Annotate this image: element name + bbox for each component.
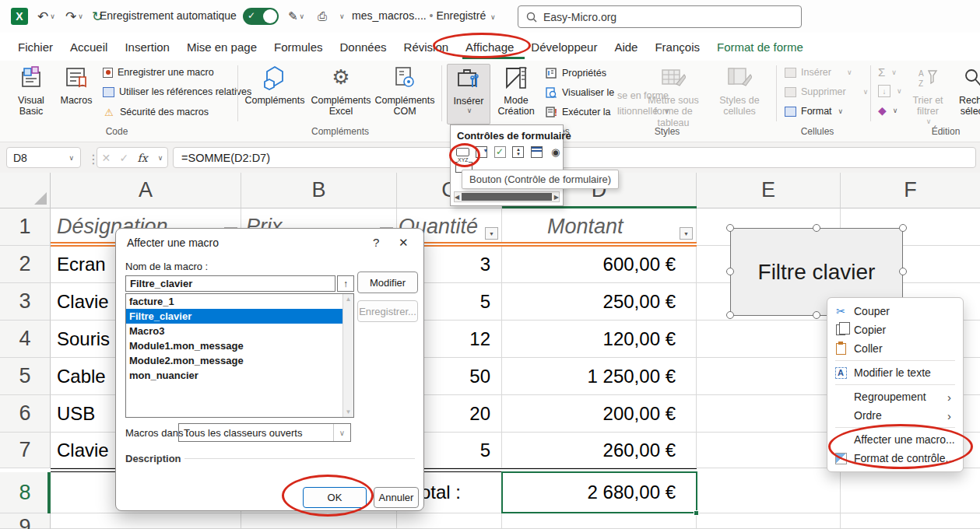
cell-D4[interactable]: 120,00 €: [502, 321, 697, 358]
cell-E5[interactable]: [697, 358, 841, 395]
resize-handle-ne[interactable]: [899, 224, 907, 232]
macros-button[interactable]: Macros: [56, 64, 97, 106]
scroll-down-icon[interactable]: [346, 408, 352, 415]
cellules-format-button[interactable]: Format: [785, 106, 843, 117]
mode-creation-button[interactable]: Mode Création: [494, 64, 539, 117]
dialog-close-button[interactable]: ✕: [399, 236, 409, 250]
cancel-entry-icon[interactable]: ✕: [102, 152, 111, 164]
autosave-toggle[interactable]: [243, 8, 279, 25]
insert-function-button[interactable]: fx: [137, 152, 147, 164]
effacer-button[interactable]: [878, 104, 897, 117]
name-box[interactable]: D8: [6, 147, 81, 168]
tab-developpeur[interactable]: Développeur: [522, 40, 606, 54]
column-header-A[interactable]: A: [51, 173, 241, 208]
complements-excel-button[interactable]: Compléments Excel: [310, 64, 372, 117]
cell-D7[interactable]: 260,00 €: [502, 433, 697, 468]
cell-E8[interactable]: [697, 472, 841, 513]
tab-formules[interactable]: Formules: [265, 40, 332, 54]
macro-list-item[interactable]: Module2.mon_message: [126, 353, 353, 368]
checkbox-control-icon[interactable]: [493, 145, 508, 159]
qat-overflow-button[interactable]: [338, 6, 345, 26]
option-button-control-icon[interactable]: [548, 145, 563, 159]
cell-F8[interactable]: [841, 472, 980, 513]
resize-handle-s[interactable]: [813, 311, 820, 319]
confirm-entry-icon[interactable]: [120, 152, 129, 164]
row-header-7[interactable]: 7: [0, 433, 51, 468]
menu-item-couper[interactable]: Couper: [827, 302, 963, 321]
scroll-right-icon[interactable]: [554, 194, 559, 201]
mettre-sous-forme-button[interactable]: Mettre sous forme de tableau: [640, 64, 707, 128]
cell-E9[interactable]: [697, 513, 841, 529]
recopier-button[interactable]: ↓: [878, 85, 902, 97]
cell-A9[interactable]: [51, 513, 241, 529]
styles-de-cellules-button[interactable]: Styles de cellules: [710, 64, 769, 117]
search-input[interactable]: Easy-Micro.org: [518, 5, 802, 28]
cell-D9[interactable]: [502, 513, 697, 529]
spin-button-control-icon[interactable]: [511, 145, 525, 159]
scroll-up-icon[interactable]: [346, 296, 352, 303]
menu-item-format-de-controle[interactable]: Format de contrôle...: [827, 449, 963, 468]
list-box-control-icon[interactable]: [529, 145, 544, 159]
menu-item-affecter-une-macro[interactable]: Affecter une macro...: [827, 430, 963, 449]
tab-insertion[interactable]: Insertion: [116, 40, 178, 54]
tab-revision[interactable]: Révision: [395, 40, 458, 54]
cellules-inserer-button[interactable]: Insérer: [785, 67, 852, 78]
cellules-supprimer-button[interactable]: Supprimer: [785, 86, 868, 97]
preview-button[interactable]: ⎙: [318, 6, 327, 26]
tab-aide[interactable]: Aide: [606, 40, 646, 54]
resize-handle-nw[interactable]: [726, 224, 734, 232]
tab-format-de-forme[interactable]: Format de forme: [708, 40, 812, 54]
row-header-2[interactable]: 2: [0, 246, 51, 283]
resize-handle-n[interactable]: [813, 224, 820, 232]
resize-handle-sw[interactable]: [726, 311, 734, 319]
tab-accueil[interactable]: Accueil: [61, 40, 116, 54]
visual-basic-button[interactable]: Visual Basic: [9, 64, 53, 117]
touch-mode-button[interactable]: ✎: [288, 6, 304, 26]
macro-name-up-button[interactable]: [337, 275, 354, 292]
cell-B9[interactable]: [241, 513, 397, 529]
filter-button[interactable]: [485, 227, 498, 240]
scroll-left-icon[interactable]: [455, 194, 459, 201]
menu-item-coller[interactable]: Coller: [827, 339, 963, 358]
macro-list-item[interactable]: Module1.mon_message: [126, 338, 353, 353]
cell-D6[interactable]: 200,00 €: [502, 395, 697, 433]
resize-handle-w[interactable]: [726, 268, 734, 275]
filter-button[interactable]: [680, 227, 693, 240]
macro-list[interactable]: facture_1 Filtre_clavier Macro3 Module1.…: [125, 293, 354, 418]
record-button[interactable]: Enregistrer...: [357, 300, 418, 322]
row-header-9[interactable]: 9: [0, 513, 51, 529]
tab-mise-en-page[interactable]: Mise en page: [178, 40, 265, 54]
resize-handle-e[interactable]: [899, 268, 907, 275]
somme-auto-button[interactable]: [878, 65, 897, 79]
tab-affichage[interactable]: Affichage: [457, 40, 522, 54]
cell-E6[interactable]: [697, 395, 841, 433]
cell-D5[interactable]: 1 250,00 €: [502, 358, 697, 395]
cell-F9[interactable]: [841, 513, 980, 529]
fill-handle[interactable]: [694, 510, 699, 516]
row-header-4[interactable]: 4: [0, 321, 51, 358]
cell-D2[interactable]: 600,00 €: [502, 246, 697, 283]
cell-C9[interactable]: [397, 513, 502, 529]
macro-list-item[interactable]: mon_nuancier: [126, 368, 353, 383]
column-header-F[interactable]: F: [841, 173, 980, 208]
macro-list-item[interactable]: facture_1: [126, 294, 353, 309]
record-macro-button[interactable]: Enregistrer une macro: [103, 67, 214, 78]
column-header-E[interactable]: E: [697, 173, 841, 208]
menu-item-regroupement[interactable]: Regroupement ›: [827, 387, 963, 406]
tab-donnees[interactable]: Données: [332, 40, 395, 54]
row-header-1[interactable]: 1: [0, 208, 51, 246]
document-title[interactable]: mes_macros.... • Enregistré: [352, 9, 496, 22]
menu-item-modifier-le-texte[interactable]: A Modifier le texte: [827, 363, 963, 382]
macro-name-input[interactable]: Filtre_clavier: [125, 275, 335, 292]
rechercher-selectionner-button[interactable]: Reche sélect: [951, 64, 980, 117]
tab-fichier[interactable]: Fichier: [9, 40, 61, 54]
cell-E7[interactable]: [697, 433, 841, 468]
undo-button[interactable]: [37, 6, 55, 26]
macro-security-button[interactable]: Sécurité des macros: [103, 106, 209, 118]
row-header-8[interactable]: 8: [0, 472, 51, 513]
executer-dialogue-button[interactable]: ! Exécuter la: [545, 106, 611, 118]
ok-button[interactable]: OK: [303, 487, 367, 508]
row-header-6[interactable]: 6: [0, 395, 51, 433]
select-all-corner[interactable]: [0, 173, 51, 208]
relative-references-button[interactable]: Utiliser les références relatives: [103, 86, 251, 97]
